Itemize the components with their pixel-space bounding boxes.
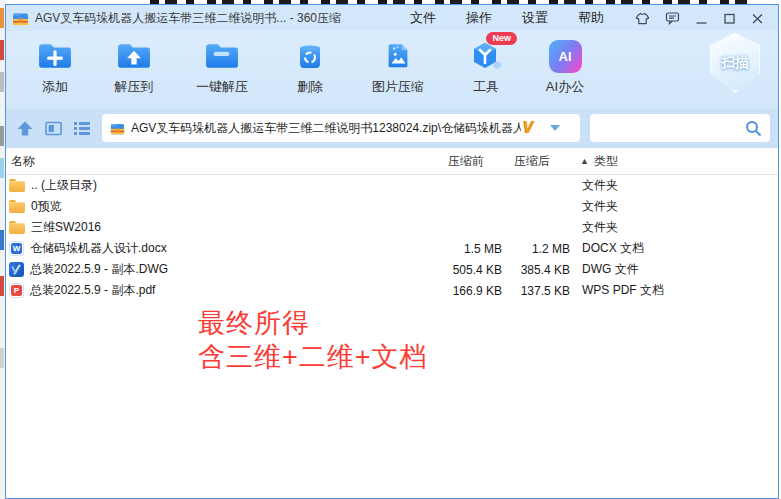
column-headers: 名称 压缩前 压缩后 ▲ 类型 [6,148,778,175]
one-click-extract-label: 一键解压 [196,78,248,96]
list-view-icon[interactable] [73,121,91,135]
column-type-label: 类型 [594,153,618,170]
up-directory-icon[interactable] [16,120,34,137]
tools-cube-icon [469,37,503,75]
type-cell: 文件夹 [576,177,778,194]
file-name-cell: 总装2022.5.9 - 副本.DWG [6,261,436,278]
extract-to-button[interactable]: 解压到 [101,37,167,96]
title-bar: AGV叉车码垛机器人搬运车带三维二维说明书... - 360压缩 文件 操作 设… [6,5,778,31]
vip-v-icon: V [523,120,534,136]
toolbar: 添加 解压到 一键解压 删除 图片压缩 New [6,31,778,109]
type-cell: DWG 文件 [576,261,778,278]
search-box[interactable] [590,114,770,142]
column-after[interactable]: 压缩后 [508,153,576,170]
sort-ascending-icon: ▲ [580,156,589,166]
theme-skin-icon[interactable] [635,11,650,25]
maximize-icon[interactable] [723,12,736,25]
file-name-cell: 仓储码垛机器人设计.docx [6,240,436,257]
table-row[interactable]: 三维SW2016 文件夹 [6,217,778,238]
file-list-area: 名称 压缩前 压缩后 ▲ 类型 .. (上级目录) 文件夹 0预览 文件夹 三维… [6,148,778,498]
address-row: AGV叉车码垛机器人搬运车带三维二维说明书1238024.zip\仓储码垛机器人… [6,109,778,148]
archive-file-icon [110,121,125,136]
add-button[interactable]: 添加 [22,37,88,96]
minimize-icon[interactable] [695,12,708,25]
menu-bar: 文件 操作 设置 帮助 [395,9,619,27]
window-controls [635,11,764,25]
ai-office-label: AI办公 [546,78,584,96]
file-name-cell: .. (上级目录) [6,177,436,194]
menu-help[interactable]: 帮助 [563,9,619,27]
app-archive-icon [12,10,29,27]
file-name-cell: 总装2022.5.9 - 副本.pdf [6,282,436,299]
ai-office-button[interactable]: AI AI办公 [532,37,598,96]
image-compress-icon [383,37,413,75]
image-compress-label: 图片压缩 [372,78,424,96]
extract-to-folder-icon [117,37,151,75]
table-row[interactable]: 0预览 文件夹 [6,196,778,217]
add-label: 添加 [42,78,68,96]
size-after-cell: 137.5 KB [508,284,576,298]
feedback-icon[interactable] [665,11,680,25]
table-row[interactable]: 总装2022.5.9 - 副本.pdf 166.9 KB 137.5 KB WP… [6,280,778,301]
path-dropdown-icon[interactable] [550,125,560,131]
address-bar[interactable]: AGV叉车码垛机器人搬运车带三维二维说明书1238024.zip\仓储码垛机器人… [102,114,580,142]
size-after-cell: 1.2 MB [508,242,576,256]
menu-operation[interactable]: 操作 [451,9,507,27]
one-click-extract-folder-icon [205,37,239,75]
annotation-line1: 最终所得 [198,306,428,340]
file-type-icon [9,178,25,193]
size-before-cell: 1.5 MB [436,242,508,256]
size-before-cell: 505.4 KB [436,263,508,277]
column-before[interactable]: 压缩前 [436,153,508,170]
trash-recycle-icon [294,37,326,75]
file-list: .. (上级目录) 文件夹 0预览 文件夹 三维SW2016 文件夹 仓储码垛机… [6,175,778,301]
red-annotation: 最终所得 含三维+二维+文档 [198,306,428,374]
extract-to-label: 解压到 [115,78,154,96]
table-row[interactable]: 总装2022.5.9 - 副本.DWG 505.4 KB 385.4 KB DW… [6,259,778,280]
window-title: AGV叉车码垛机器人搬运车带三维二维说明书... - 360压缩 [35,10,341,27]
one-click-extract-button[interactable]: 一键解压 [180,37,264,96]
annotation-line2: 含三维+二维+文档 [198,340,428,374]
tools-button[interactable]: New 工具 [453,37,519,96]
scan-shield-button[interactable]: 扫描 [708,33,762,93]
search-icon[interactable] [745,120,762,141]
size-after-cell: 385.4 KB [508,263,576,277]
file-name-cell: 0预览 [6,198,436,215]
menu-file[interactable]: 文件 [395,9,451,27]
ai-office-icon: AI [549,37,582,75]
type-cell: 文件夹 [576,219,778,236]
ai-icon-text: AI [549,40,582,73]
column-name[interactable]: 名称 [6,153,436,170]
table-row[interactable]: 仓储码垛机器人设计.docx 1.5 MB 1.2 MB DOCX 文档 [6,238,778,259]
image-compress-button[interactable]: 图片压缩 [356,37,440,96]
type-cell: WPS PDF 文档 [576,282,778,299]
tools-label: 工具 [473,78,499,96]
column-type[interactable]: ▲ 类型 [576,153,778,170]
file-type-icon [9,220,25,235]
delete-label: 删除 [297,78,323,96]
table-row[interactable]: .. (上级目录) 文件夹 [6,175,778,196]
file-type-icon [9,283,24,298]
app-window: AGV叉车码垛机器人搬运车带三维二维说明书... - 360压缩 文件 操作 设… [5,4,779,499]
delete-button[interactable]: 删除 [277,37,343,96]
size-before-cell: 166.9 KB [436,284,508,298]
file-name-cell: 三维SW2016 [6,219,436,236]
archive-path: AGV叉车码垛机器人搬运车带三维二维说明书1238024.zip\仓储码垛机器人… [131,120,521,137]
type-cell: DOCX 文档 [576,240,778,257]
file-type-icon [9,241,24,256]
close-icon[interactable] [751,12,764,25]
scan-label: 扫描 [721,54,749,72]
add-folder-icon [38,37,72,75]
search-input[interactable] [590,114,770,142]
file-type-icon [9,199,25,214]
menu-settings[interactable]: 设置 [507,9,563,27]
type-cell: 文件夹 [576,198,778,215]
preview-pane-icon[interactable] [45,121,62,136]
file-type-icon [9,262,24,277]
